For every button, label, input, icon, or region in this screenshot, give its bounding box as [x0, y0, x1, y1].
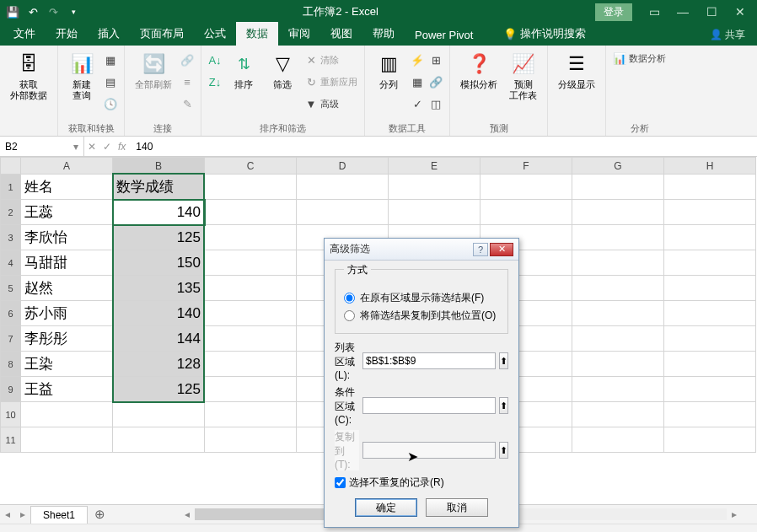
undo-icon[interactable]: ↶ [25, 4, 40, 19]
row-header[interactable]: 11 [1, 427, 21, 453]
column-header[interactable]: D [297, 158, 389, 175]
row-header[interactable]: 2 [1, 200, 21, 225]
fx-icon[interactable]: fx [118, 141, 126, 153]
cell[interactable] [664, 276, 756, 301]
from-table-button[interactable]: ▤ [104, 73, 117, 91]
tab-help[interactable]: 帮助 [362, 22, 405, 46]
unique-records-row[interactable]: 选择不重复的记录(R) [335, 476, 508, 490]
sheet-tab[interactable]: Sheet1 [30, 506, 88, 524]
cell[interactable] [205, 301, 297, 326]
recent-sources-button[interactable]: 🕓 [104, 94, 117, 113]
forecast-sheet-button[interactable]: 📈预测 工作表 [506, 49, 540, 103]
cell[interactable]: 125 [113, 377, 205, 402]
range-picker-icon[interactable]: ⬆ [499, 442, 508, 459]
cell[interactable]: 赵然 [21, 276, 113, 301]
cell[interactable] [664, 301, 756, 326]
sheet-nav-prev-icon[interactable]: ◂ [0, 508, 15, 520]
row-header[interactable]: 5 [1, 276, 21, 301]
refresh-all-button[interactable]: 🔄全部刷新 [132, 49, 175, 92]
sheet-nav-next-icon[interactable]: ▸ [15, 508, 30, 520]
tab-view[interactable]: 视图 [320, 22, 362, 46]
radio-input[interactable] [344, 310, 355, 321]
cell[interactable]: 王蕊 [21, 200, 113, 225]
tab-insert[interactable]: 插入 [88, 22, 130, 46]
cell[interactable] [205, 427, 297, 453]
sort-desc-button[interactable]: Z↓ [208, 73, 222, 91]
cell[interactable] [572, 427, 664, 453]
reapply-button[interactable]: ↻重新应用 [304, 73, 357, 91]
radio-in-place[interactable]: 在原有区域显示筛选结果(F) [344, 289, 499, 307]
clear-filter-button[interactable]: ✕清除 [304, 51, 357, 69]
cell[interactable] [572, 301, 664, 326]
tab-data[interactable]: 数据 [236, 22, 278, 46]
cell[interactable] [481, 175, 572, 200]
cell[interactable] [664, 225, 756, 250]
cell[interactable]: 苏小雨 [21, 301, 113, 326]
list-range-input[interactable] [362, 352, 496, 369]
customize-qat-icon[interactable]: ▾ [66, 4, 81, 19]
ok-button[interactable]: 确定 [355, 498, 417, 517]
column-header[interactable]: H [664, 158, 756, 175]
select-all-corner[interactable] [1, 158, 21, 175]
scroll-right-icon[interactable]: ▸ [727, 508, 742, 520]
new-query-button[interactable]: 📊新建 查询 [65, 49, 99, 103]
tab-powerpivot[interactable]: Power Pivot [405, 24, 483, 46]
filter-button[interactable]: ▽筛选 [266, 49, 299, 92]
add-sheet-icon[interactable]: ⊕ [88, 507, 112, 522]
cell[interactable] [113, 427, 205, 453]
chevron-down-icon[interactable]: ▾ [73, 141, 78, 153]
cell[interactable] [297, 175, 389, 200]
row-header[interactable]: 7 [1, 326, 21, 352]
cell[interactable] [481, 200, 572, 225]
redo-icon[interactable]: ↷ [46, 4, 61, 19]
cell[interactable] [572, 225, 664, 250]
row-header[interactable]: 1 [1, 175, 21, 200]
cell[interactable] [572, 377, 664, 402]
criteria-range-input[interactable] [362, 397, 496, 414]
cell[interactable] [664, 352, 756, 377]
dialog-close-icon[interactable]: ✕ [490, 243, 513, 256]
cell[interactable] [205, 402, 297, 427]
enter-formula-icon[interactable]: ✓ [103, 141, 111, 153]
cell[interactable]: 150 [113, 250, 205, 276]
edit-links-button[interactable]: ✎ [180, 94, 194, 113]
tab-formula[interactable]: 公式 [194, 22, 236, 46]
cell[interactable] [664, 402, 756, 427]
tab-file[interactable]: 文件 [3, 22, 46, 46]
cell[interactable] [664, 326, 756, 352]
cell[interactable] [572, 200, 664, 225]
row-header[interactable]: 9 [1, 377, 21, 402]
cell[interactable] [664, 175, 756, 200]
unique-checkbox[interactable] [335, 477, 346, 488]
what-if-button[interactable]: ❓模拟分析 [457, 49, 501, 92]
save-icon[interactable]: 💾 [5, 4, 20, 19]
cell[interactable]: 128 [113, 352, 205, 377]
cell[interactable] [21, 427, 113, 453]
relationships-button[interactable]: 🔗 [429, 73, 443, 91]
cell[interactable] [572, 276, 664, 301]
row-header[interactable]: 6 [1, 301, 21, 326]
column-header[interactable]: A [21, 158, 113, 175]
flash-fill-button[interactable]: ⚡ [411, 51, 424, 69]
name-box[interactable]: B2▾ [0, 137, 84, 156]
advanced-filter-button[interactable]: ▼高级 [304, 94, 357, 113]
cell[interactable] [205, 200, 297, 225]
sort-asc-button[interactable]: A↓ [208, 51, 222, 69]
cell[interactable] [205, 250, 297, 276]
outline-button[interactable]: ☰分级显示 [555, 49, 599, 92]
cell[interactable] [205, 352, 297, 377]
cell[interactable]: 王染 [21, 352, 113, 377]
tab-layout[interactable]: 页面布局 [130, 22, 194, 46]
minimize-icon[interactable]: — [669, 2, 696, 22]
cell[interactable] [21, 402, 113, 427]
cell[interactable]: 李彤彤 [21, 326, 113, 352]
radio-input[interactable] [344, 293, 355, 304]
cancel-button[interactable]: 取消 [426, 498, 488, 517]
sort-button[interactable]: ⇅排序 [227, 49, 260, 92]
scroll-left-icon[interactable]: ◂ [180, 508, 195, 520]
row-header[interactable]: 8 [1, 352, 21, 377]
cell[interactable] [664, 427, 756, 453]
cell[interactable]: 王益 [21, 377, 113, 402]
tab-review[interactable]: 审阅 [278, 22, 320, 46]
cell[interactable] [572, 326, 664, 352]
